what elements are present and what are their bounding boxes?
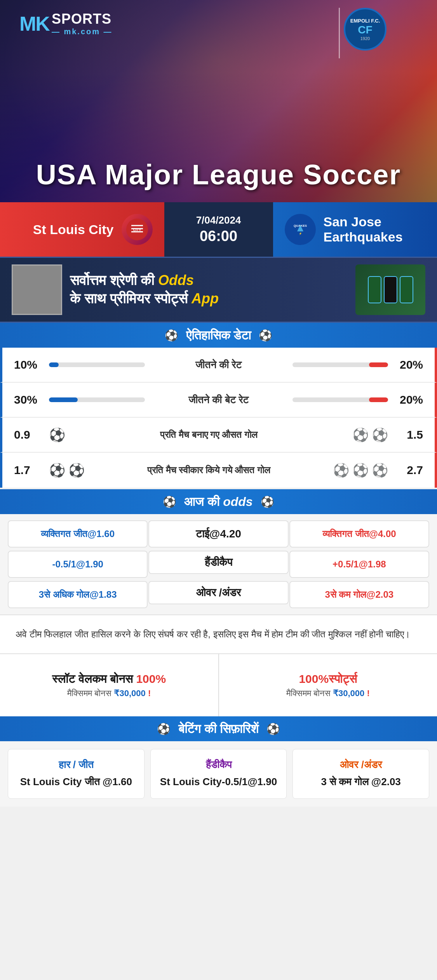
- bonus-right[interactable]: 100%स्पोर्ट्स मैक्सिमम बोनस ₹30,000 !: [219, 654, 437, 716]
- bar-left-2-fill: [49, 397, 78, 402]
- goal-icon-blue-1: ⚽: [49, 427, 65, 443]
- bet-rec-section: हार / जीत St Louis City जीत @1.60 हैंडीक…: [0, 741, 437, 806]
- goal-icons-left-2: ⚽ ⚽: [49, 462, 85, 478]
- bonus-right-sub: मैक्सिमम बोनस ₹30,000 !: [286, 688, 370, 698]
- ball-icon-rec-right: ⚽: [266, 723, 280, 735]
- odds-row-2: -0.5/1@1.90 हैंडीकैप +0.5/1@1.98: [0, 549, 437, 579]
- bet-rec-1[interactable]: हार / जीत St Louis City जीत @1.60: [8, 749, 145, 798]
- bet-rec-2[interactable]: हैंडीकैप St Louis City-0.5/1@1.90: [150, 749, 287, 798]
- stats-row-1: 10% जीतने की रेट 20%: [0, 348, 437, 383]
- stats-table: 10% जीतने की रेट 20% 30% जीतने की बेट रे…: [0, 348, 437, 488]
- goal-icon-red-2c: ⚽: [372, 462, 388, 478]
- phone-1: [368, 276, 381, 303]
- odds-center-handicap-label: हैंडीकैप: [148, 551, 288, 574]
- bet-rec-title: बेटिंग की सिफ़ारिशें: [178, 722, 259, 736]
- odds-header: ⚽ आज की odds ⚽: [0, 489, 437, 514]
- ball-icon-rec-left: ⚽: [157, 723, 171, 735]
- odds-right-win[interactable]: व्यक्तिगत जीत@4.00: [289, 520, 429, 548]
- ball-icon-left: ⚽: [165, 329, 178, 342]
- ad-phones: [355, 264, 425, 315]
- stat-label-2: जीतने की बेट रेट: [153, 394, 285, 406]
- goal-icon-blue-2b: ⚽: [68, 462, 85, 478]
- phone-2: [384, 276, 397, 303]
- bonus-left-title: स्लॉट वेलकम बोनस 100%: [52, 672, 166, 686]
- stat-right-2: 20%: [388, 393, 423, 406]
- bet-rec-type-3: ओवर /अंडर: [340, 759, 381, 771]
- empoli-cf: CF: [358, 24, 372, 36]
- bet-rec-type-2: हैंडीकैप: [206, 759, 232, 771]
- team-right-name: San Jose Earthquakes: [324, 214, 437, 245]
- odds-title: आज की odds: [184, 495, 252, 509]
- bet-rec-header: ⚽ बेटिंग की सिफ़ारिशें ⚽: [0, 716, 437, 741]
- stats-row-2: 30% जीतने की बेट रेट 20%: [0, 383, 437, 418]
- stat-left-1: 10%: [14, 358, 49, 371]
- goal-right-1: 1.5: [388, 428, 423, 441]
- ad-banner[interactable]: सर्वोत्तम श्रेणी की Oddsके साथ प्रीमियर …: [0, 257, 437, 323]
- odds-row-3: 3से अधिक गोल@1.83 ओवर /अंडर 3से कम गोल@2…: [0, 579, 437, 614]
- stat-left-2: 30%: [14, 393, 49, 406]
- goal-icons-left-1: ⚽: [49, 427, 65, 443]
- team-left-name: St Louis City: [33, 222, 114, 237]
- bet-rec-type-1: हार / जीत: [59, 759, 94, 771]
- note-text: अवे टीम फिलहाल जीत हासिल करने के लिए संघ…: [16, 627, 421, 642]
- bonus-left[interactable]: स्लॉट वेलकम बोनस 100% मैक्सिमम बोनस ₹30,…: [0, 654, 219, 716]
- note-section: अवे टीम फिलहाल जीत हासिल करने के लिए संघ…: [0, 614, 437, 654]
- bar-left-1-fill: [49, 362, 59, 367]
- bonus-section[interactable]: स्लॉट वेलकम बोनस 100% मैक्सिमम बोनस ₹30,…: [0, 654, 437, 716]
- goal-icon-red-1a: ⚽: [352, 427, 369, 443]
- team-left-logo: CITY: [122, 214, 153, 245]
- bonus-right-title: 100%स्पोर्ट्स: [299, 672, 357, 686]
- goal-row-2: 1.7 ⚽ ⚽ प्रति मैच स्वीकार किये गये औसत ग…: [0, 453, 437, 488]
- mk-domain: — mk.com —: [52, 27, 113, 36]
- ball-icon-odds-right: ⚽: [261, 495, 274, 508]
- bet-rec-3[interactable]: ओवर /अंडर 3 से कम गोल @2.03: [292, 749, 429, 798]
- goal-icon-red-1b: ⚽: [372, 427, 388, 443]
- bar-right-2: [292, 397, 388, 402]
- odds-left-handicap[interactable]: -0.5/1@1.90: [8, 551, 148, 578]
- ball-icon-odds-left: ⚽: [163, 495, 176, 508]
- goal-left-2: 1.7: [14, 464, 49, 477]
- goal-icon-blue-2a: ⚽: [49, 462, 65, 478]
- stat-label-1: जीतने की रेट: [153, 359, 285, 371]
- bar-left-2: [49, 397, 145, 402]
- goal-row-1: 0.9 ⚽ प्रति मैच बनाए गए औसत गोल ⚽ ⚽ 1.5: [0, 418, 437, 453]
- match-date: 7/04/2024: [196, 214, 241, 226]
- svg-text:⚡: ⚡: [298, 232, 302, 235]
- team-left-section: St Louis City CITY: [0, 202, 164, 257]
- bet-rec-value-1: St Louis City जीत @1.60: [20, 775, 132, 789]
- ad-image: [12, 264, 62, 315]
- goal-label-2: प्रति मैच स्वीकार किये गये औसत गोल: [92, 465, 325, 476]
- bet-rec-value-2: St Louis City-0.5/1@1.90: [160, 775, 277, 789]
- odds-center-ou-label: ओवर /अंडर: [148, 581, 288, 604]
- goal-label-1: प्रति मैच बनाए गए औसत गोल: [73, 429, 345, 440]
- bar-right-1-fill: [369, 362, 388, 367]
- goal-icon-red-2a: ⚽: [333, 462, 349, 478]
- match-center: 7/04/2024 06:00: [164, 202, 273, 257]
- ad-text: सर्वोत्तम श्रेणी की Oddsके साथ प्रीमियर …: [70, 271, 348, 308]
- bar-right-1: [292, 362, 388, 367]
- team-right-section: QUAKES ⚡ San Jose Earthquakes: [273, 202, 437, 257]
- bet-rec-grid: हार / जीत St Louis City जीत @1.60 हैंडीक…: [0, 741, 437, 806]
- odds-left-ou[interactable]: 3से अधिक गोल@1.83: [8, 581, 148, 608]
- ball-icon-right: ⚽: [259, 329, 272, 342]
- mk-text: MK: [19, 14, 49, 34]
- hero-banner: MK SPORTS — mk.com — EMPOLI F.C. CF 1920…: [0, 0, 437, 202]
- odds-right-handicap[interactable]: +0.5/1@1.98: [289, 551, 429, 578]
- bar-right-2-fill: [369, 397, 388, 402]
- bar-left-1: [49, 362, 145, 367]
- match-bar: St Louis City CITY 7/04/2024 06:00 QUAKE…: [0, 202, 437, 257]
- odds-left-win[interactable]: व्यक्तिगत जीत@1.60: [8, 520, 148, 548]
- bet-rec-value-3: 3 से कम गोल @2.03: [321, 775, 401, 789]
- odds-right-ou[interactable]: 3से कम गोल@2.03: [289, 581, 429, 608]
- hero-title: USA Major League Soccer: [0, 159, 437, 191]
- odds-center-tie[interactable]: टाई@4.20: [148, 520, 288, 548]
- historical-header: ⚽ ऐतिहासिक डेटा ⚽: [0, 323, 437, 348]
- bonus-left-sub: मैक्सिमम बोनस ₹30,000 !: [67, 688, 151, 698]
- goal-icons-right-2: ⚽ ⚽ ⚽: [333, 462, 388, 478]
- team-right-logo: QUAKES ⚡: [285, 214, 316, 245]
- goal-left-1: 0.9: [14, 428, 49, 441]
- goal-icon-red-2b: ⚽: [352, 462, 369, 478]
- phone-3: [400, 276, 413, 303]
- goal-right-2: 2.7: [388, 464, 423, 477]
- goal-icons-right-1: ⚽ ⚽: [352, 427, 388, 443]
